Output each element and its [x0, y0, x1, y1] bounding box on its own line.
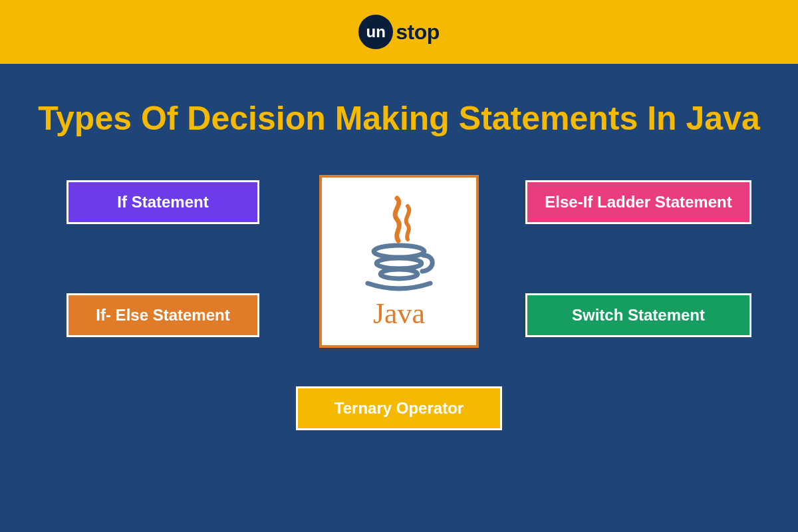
- page-title: Types Of Decision Making Statements In J…: [27, 97, 771, 140]
- content-area: Types Of Decision Making Statements In J…: [0, 64, 798, 479]
- box-if-else-statement: If- Else Statement: [66, 293, 259, 337]
- box-else-if-ladder: Else-If Ladder Statement: [525, 180, 751, 224]
- svg-point-2: [380, 269, 418, 279]
- java-label: Java: [373, 297, 425, 331]
- box-ternary-operator: Ternary Operator: [296, 386, 502, 430]
- box-label: If- Else Statement: [96, 306, 229, 324]
- box-label: If Statement: [117, 193, 208, 211]
- logo-circle: un: [358, 15, 393, 49]
- logo-suffix-text: stop: [396, 20, 440, 45]
- diagram-grid: If Statement Else-If Ladder Statement If…: [27, 180, 771, 460]
- brand-logo: un stop: [358, 15, 440, 49]
- java-logo-icon: [356, 193, 442, 293]
- box-if-statement: If Statement: [66, 180, 259, 224]
- box-label: Switch Statement: [572, 306, 705, 324]
- svg-point-0: [374, 245, 424, 257]
- box-label: Ternary Operator: [334, 399, 464, 417]
- header-bar: un stop: [0, 0, 798, 64]
- box-label: Else-If Ladder Statement: [545, 193, 732, 211]
- box-switch-statement: Switch Statement: [525, 293, 751, 337]
- logo-circle-text: un: [366, 23, 386, 41]
- java-center-card: Java: [319, 175, 479, 348]
